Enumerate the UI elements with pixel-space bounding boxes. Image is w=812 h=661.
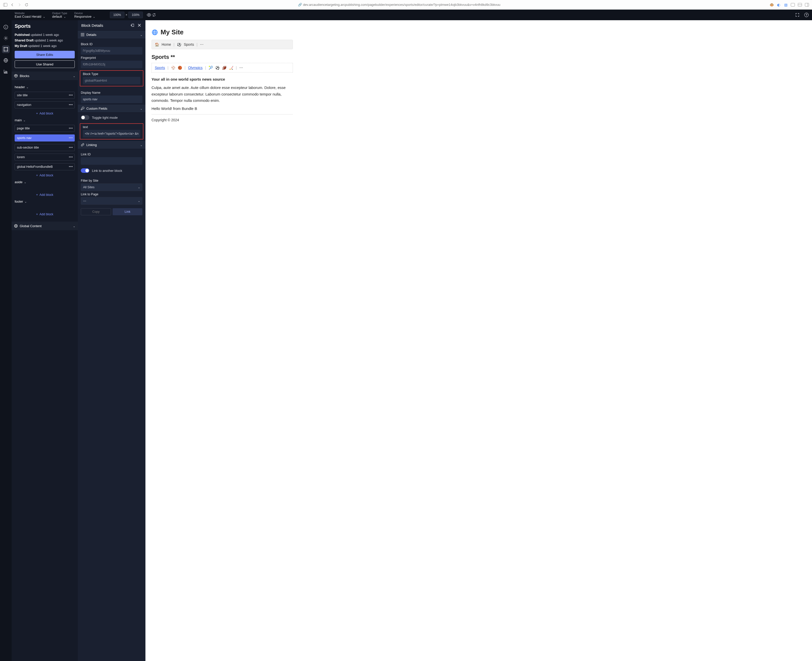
nav-sports-link[interactable]: Sports [155,66,165,70]
help-icon[interactable]: ? [804,13,809,18]
back-icon[interactable] [10,2,15,8]
block-id-field[interactable] [81,47,142,54]
section-main[interactable]: main [14,118,75,122]
more-icon[interactable]: ••• [69,155,73,159]
chevron-down-icon [23,118,25,122]
blocks-title: Blocks [20,74,29,78]
share-edits-button[interactable]: Share Edits [14,51,75,58]
device-selector[interactable]: Device Responsive [74,12,95,18]
crumb-home[interactable]: Home [162,42,171,46]
section-aside[interactable]: aside [14,180,75,184]
website-selector[interactable]: Website East Coast Herald [14,12,45,18]
plus-icon: + [36,193,38,196]
block-item-page-title[interactable]: page title••• [14,125,75,132]
rail-info-icon[interactable] [2,23,10,31]
zoom-width[interactable]: 100% [110,12,124,18]
more-icon[interactable]: ••• [69,146,73,149]
details-header: Block Details [78,20,145,30]
block-item-sub-section-title[interactable]: sub-section title••• [14,144,75,151]
refresh-icon[interactable] [151,13,156,18]
rail-settings-icon[interactable] [2,34,10,42]
section-header[interactable]: header [14,85,75,89]
soccer-icon: ⚽ [215,66,220,70]
linking-section-bar[interactable]: Linking [78,141,145,149]
dock-icon[interactable] [130,23,135,28]
ext-icon-1[interactable]: 🐵 [769,2,774,7]
rail-globe-icon[interactable] [2,57,10,64]
block-type-field[interactable] [83,77,140,85]
block-item-sports-nav[interactable]: sports nav••• [14,134,75,142]
more-icon[interactable]: ••• [69,136,73,140]
globe-icon [151,29,158,36]
more-icon[interactable]: ••• [69,126,73,130]
ext-icon-5[interactable] [798,2,802,7]
more-icon[interactable]: ⋯ [200,42,204,46]
url-bar[interactable]: 🔗 dev.arcaudiencetargeting.arcpublishing… [32,3,767,6]
cube-icon [14,74,18,78]
blocks-header[interactable]: Blocks [12,72,78,80]
eye-icon[interactable] [146,13,151,18]
website-label: Website [14,12,45,14]
link-id-field[interactable] [81,157,142,165]
forward-icon[interactable] [17,2,22,8]
ext-icon-2[interactable]: ◐ [776,2,781,7]
chevron-down-icon [24,200,27,203]
display-name-field[interactable] [81,96,142,103]
link-another-row: Link to another block [78,166,145,176]
rail-analytics-icon[interactable] [2,68,10,75]
svg-point-17 [4,51,5,51]
toggle-light-mode[interactable] [81,115,89,120]
more-icon[interactable]: ••• [69,94,73,97]
crumb-sports[interactable]: Sports [184,42,194,46]
fullscreen-icon[interactable] [795,13,800,18]
add-block-main[interactable]: +Add block [14,174,75,177]
section-footer[interactable]: footer [14,200,75,203]
svg-rect-24 [6,71,7,73]
add-block-header[interactable]: +Add block [14,112,75,115]
more-icon[interactable]: ••• [69,103,73,107]
add-block-footer[interactable]: +Add block [14,212,75,216]
ext-icon-3[interactable]: ▧ [783,2,788,7]
output-selector[interactable]: Output Type default [52,12,67,18]
sidebar-toggle-icon[interactable] [3,2,8,8]
page-name: Sports [14,23,75,29]
website-value: East Coast Herald [14,14,41,18]
sidebar-panel: Sports Published updated 1 week ago Shar… [12,20,78,661]
chevron-down-icon [138,185,140,189]
block-item-navigation[interactable]: navigation••• [14,101,75,109]
zoom-height[interactable]: 100% [128,12,143,18]
block-item-global-hello[interactable]: global HelloFromBundleB••• [14,163,75,170]
fingerprint-field[interactable] [81,61,142,68]
linking-title: Linking [86,143,97,147]
more-icon[interactable]: ••• [69,165,73,169]
toggle-link-another[interactable] [81,168,89,173]
link-page-select[interactable]: --- [81,197,142,205]
basketball-icon: 🏀 [178,66,182,70]
custom-fields-section-bar[interactable]: Custom Fields [78,104,145,113]
text-field[interactable] [83,130,140,137]
block-item-site-title[interactable]: site title••• [14,92,75,99]
home-icon: 🏠 [155,42,159,46]
ext-icon-6[interactable] [804,2,809,7]
more-icon[interactable]: ⋯ [239,66,243,70]
filter-select[interactable]: All Sites [81,184,142,191]
ext-icon-4[interactable] [790,2,795,7]
rail-layout-icon[interactable] [2,45,10,53]
nav-olympics-link[interactable]: Olympics [188,66,203,70]
copy-button[interactable]: Copy [81,208,111,215]
link-button[interactable]: Link [113,208,142,215]
add-block-aside[interactable]: +Add block [14,193,75,196]
chevron-down-icon [138,199,140,203]
plus-icon: + [36,174,38,177]
svg-point-18 [7,51,8,51]
svg-rect-2 [791,3,795,6]
block-item-lorem[interactable]: lorem••• [14,153,75,161]
close-icon[interactable] [137,23,142,28]
shared-line: Shared Draft updated 1 week ago [14,39,75,42]
tennis-icon: 🎾 [209,66,213,70]
site-title: My Site [151,28,293,36]
global-content-header[interactable]: Global Content [12,222,78,230]
details-section-bar[interactable]: Details [78,30,145,39]
reload-icon[interactable] [24,2,29,8]
use-shared-button[interactable]: Use Shared [14,61,75,68]
